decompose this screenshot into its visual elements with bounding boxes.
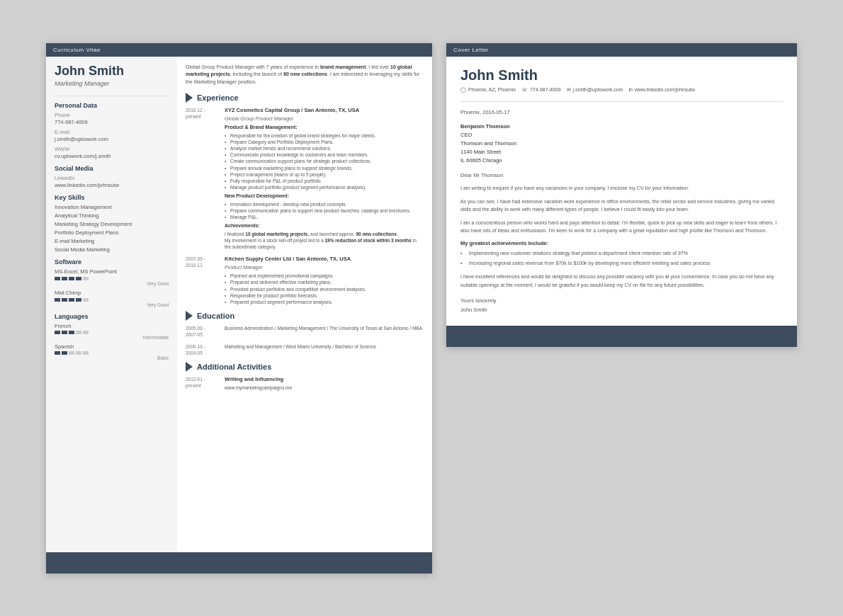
cl-body: John Smith ◯ Phoenix, AZ, Phoenix ☏ 774-… — [446, 57, 797, 326]
exp-bullet: Prepare annual marketing plans to suppor… — [225, 165, 424, 171]
dot — [76, 298, 81, 302]
skill-item: Analytical Thinking — [55, 212, 169, 219]
cl-paragraph-2: I am a conscientious person who works ha… — [460, 219, 783, 234]
cl-email-text: j.smith@uptowork.com — [573, 87, 623, 92]
dot-empty — [76, 331, 81, 334]
exp-bullet: Prepare Category and Portfolio Deploymen… — [225, 139, 424, 145]
edu-dates-1: 2000-10 - 2004-05 — [186, 343, 225, 356]
skill-item: Social Media Marketing — [55, 246, 169, 253]
act-www-0: www.mymarketingcampaigns.me — [225, 384, 424, 391]
cl-email: ✉ j.smith@uptowork.com — [567, 87, 623, 93]
dot-empty — [83, 351, 89, 355]
software-item-0: MS-Excel, MS PowerPoint — [55, 268, 169, 275]
cl-signature: John Smith — [460, 307, 487, 313]
dot — [76, 277, 81, 280]
edu-content-0: Business Administration / Marketing Mana… — [225, 325, 424, 338]
skill-item: Portfolio Deployment Plans — [55, 229, 169, 236]
exp-bullet: Create communication support plans for s… — [225, 158, 424, 164]
exp-bullet: Prepare communication plans to support n… — [225, 207, 424, 214]
cl-location: ◯ Phoenix, AZ, Phoenix — [460, 87, 516, 93]
exp-content-0: XYZ Cosmetics Capital Group / San Antoni… — [225, 107, 424, 250]
cl-paragraph-1: As you can see, I have had extensive vac… — [460, 198, 783, 213]
software-title: Software — [55, 258, 169, 266]
exp-company-1: Kitchen Supply Center Ltd / San Antonio,… — [225, 256, 424, 263]
exp-bullet: Project management (teams of up to 5 peo… — [225, 171, 424, 178]
education-section-header: Education — [186, 311, 424, 321]
cl-header-bar: Cover Letter — [446, 43, 797, 57]
exp-bullet: Manage product portfolio (product segmen… — [225, 184, 424, 190]
dot — [62, 331, 67, 334]
dot — [62, 298, 67, 302]
education-item-0: 2005-09 - 2007-05 Business Administratio… — [186, 325, 424, 338]
dot-empty — [76, 351, 81, 355]
dot-empty — [83, 277, 89, 280]
dot — [55, 298, 60, 302]
linkedin-value: www.linkedin.com/johnsutw — [55, 182, 169, 188]
cv-sidebar: John Smith Marketing Manager Personal Da… — [46, 57, 177, 552]
cl-name: John Smith — [460, 67, 783, 84]
experience-item-1: 2007-09 - 2010-11 Kitchen Supply Center … — [186, 256, 424, 305]
exp-subsection-achievements: Achievements: — [225, 222, 424, 229]
exp-bullet: Communicate product knowledge to custome… — [225, 152, 424, 158]
cv-header-bar: Curriculum Vitae — [46, 43, 432, 57]
experience-section-header: Experience — [186, 93, 424, 103]
dot-empty — [83, 331, 89, 334]
cover-letter-document: Cover Letter John Smith ◯ Phoenix, AZ, P… — [446, 43, 797, 347]
www-value: cv.uptowork.com/j.smith — [55, 153, 169, 159]
exp-dates-1: 2007-09 - 2010-11 — [186, 256, 225, 305]
experience-title: Experience — [197, 93, 239, 102]
dot — [69, 331, 74, 334]
cv-name: John Smith — [55, 64, 169, 79]
activities-section-header: Additional Activities — [186, 362, 424, 372]
cl-paragraph-0: I am writing to enquire if you have any … — [460, 184, 783, 192]
lang-item-1: Spanish — [55, 343, 169, 350]
dot-empty — [83, 298, 89, 302]
dot-empty — [69, 351, 74, 355]
cl-footer-bar — [446, 326, 797, 347]
act-content-0: Writing and Influencing www.mymarketingc… — [225, 376, 424, 391]
cv-header-label: Curriculum Vitae — [53, 47, 101, 53]
cv-summary: Global Group Product Manager with 7 year… — [186, 64, 424, 86]
cl-recipient-address: 1140 Main Street — [460, 149, 501, 155]
exp-bullet: Prepared and delivered effective marketi… — [225, 279, 424, 285]
exp-achievement-text-2: My involvement in a stock sell-off proje… — [225, 237, 424, 250]
cl-recipient-title: CEO — [460, 132, 472, 138]
phone-label: Phone — [55, 112, 169, 118]
cl-closing: Yours sincerely John Smith — [460, 296, 783, 315]
activity-item-0: 2012-01 - present Writing and Influencin… — [186, 376, 424, 391]
cv-document: Curriculum Vitae John Smith Marketing Ma… — [46, 43, 432, 574]
linkedin-label: LinkedIn — [55, 175, 169, 181]
cl-header-label: Cover Letter — [453, 47, 489, 53]
dot — [55, 277, 60, 280]
exp-subsection-npd: New Product Development: — [225, 193, 424, 200]
social-media-title: Social Media — [55, 165, 169, 172]
activities-arrow-icon — [186, 362, 193, 372]
education-title: Education — [197, 312, 234, 320]
edu-desc-1: Marketing and Management / West Miami Un… — [225, 343, 424, 350]
cl-recipient-company: Thomson and Thomson — [460, 140, 516, 147]
dot — [69, 298, 74, 302]
cl-achievement-0: Implementing new customer relations stra… — [460, 250, 783, 258]
lang-rating-label-0: Intermediate — [55, 335, 169, 340]
cl-date: Phoenix, 2016-05-17 — [460, 109, 783, 115]
cl-closing-text: Yours sincerely — [460, 297, 497, 304]
dot — [55, 331, 60, 334]
phone-value: 774-987-4009 — [55, 119, 169, 125]
documents-container: Curriculum Vitae John Smith Marketing Ma… — [25, 22, 818, 595]
act-dates-0: 2012-01 - present — [186, 376, 225, 391]
cl-phone: ☏ 774-987-4009 — [521, 87, 561, 93]
act-company-0: Writing and Influencing — [225, 376, 424, 384]
exp-bullet: Prepared product segment performance ana… — [225, 299, 424, 305]
education-arrow-icon — [186, 311, 193, 321]
www-label: WWW — [55, 146, 169, 152]
personal-data-title: Personal Data — [55, 102, 169, 109]
exp-role-0: Global Group Product Manager — [225, 115, 424, 122]
dot — [62, 277, 67, 280]
exp-bullet: Provided product portfolios and competit… — [225, 286, 424, 292]
experience-item-0: 2010-12 - present XYZ Cosmetics Capital … — [186, 107, 424, 250]
exp-bullet: Responsible for the creation of global b… — [225, 132, 424, 139]
email-label: E-mail — [55, 129, 169, 135]
exp-bullet: Innovation development - develop new pro… — [225, 201, 424, 207]
lang-rating-0 — [55, 331, 169, 334]
exp-bullet: Analyze market trends and recommend solu… — [225, 145, 424, 152]
